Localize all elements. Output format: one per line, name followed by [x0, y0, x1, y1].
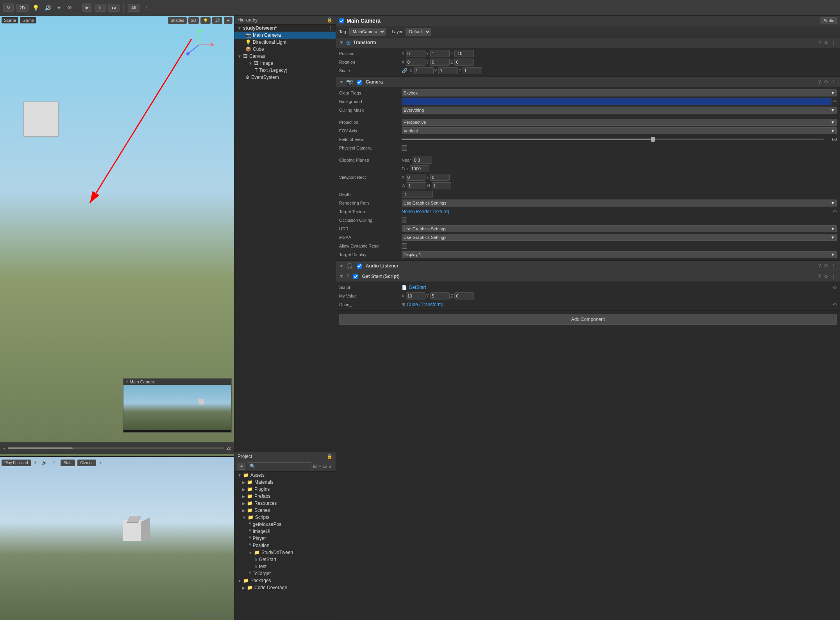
project-totarget[interactable]: # ToTarget	[234, 570, 336, 577]
project-test[interactable]: # test	[234, 563, 336, 570]
active-checkbox[interactable]	[339, 18, 344, 23]
allow-dynamic-checkbox[interactable]	[402, 243, 407, 249]
depth-input[interactable]	[402, 191, 433, 198]
transform-more-btn[interactable]: ⋮	[831, 39, 837, 46]
transform-settings-btn[interactable]: ⚙	[823, 39, 829, 46]
more-icon[interactable]: ⋮	[142, 3, 150, 12]
audio-more-btn[interactable]: ⋮	[831, 262, 837, 269]
project-prefabs[interactable]: ▶ 📁 Prefabs	[234, 493, 336, 500]
scene-audio-btn[interactable]: 🔊	[212, 17, 222, 24]
add-component-btn[interactable]: Add Component	[339, 314, 837, 325]
vp-x-input[interactable]	[406, 174, 425, 181]
all-btn[interactable]: All	[128, 4, 139, 12]
effects-icon[interactable]: ✦	[55, 3, 63, 12]
mv-x-input[interactable]	[406, 292, 425, 299]
view-icon-1[interactable]: ⊞	[313, 463, 317, 469]
rotate-tool-btn[interactable]: ↻	[3, 4, 14, 12]
step-btn[interactable]: ⏭	[108, 4, 120, 12]
scene-fx-btn[interactable]: ✦	[224, 17, 232, 24]
vp-h-input[interactable]	[432, 182, 451, 189]
rendering-path-dropdown[interactable]: Use Graphics Settings ▼	[402, 200, 837, 207]
transform-help-btn[interactable]: ?	[817, 39, 822, 46]
camera-enabled-checkbox[interactable]	[357, 80, 362, 85]
fov-slider-track[interactable]	[402, 139, 824, 140]
stats-btn[interactable]: Stats	[61, 460, 75, 466]
clear-flags-dropdown[interactable]: Skybox ▼	[402, 89, 837, 96]
project-search[interactable]: 🔍	[247, 462, 311, 470]
pos-y-input[interactable]	[430, 50, 450, 57]
clipping-far-input[interactable]	[410, 165, 429, 172]
scene-2d-btn[interactable]: 2D	[188, 17, 199, 24]
hierarchy-more-icon[interactable]: ⋮	[328, 25, 332, 31]
getstart-checkbox[interactable]	[353, 274, 358, 279]
scale-y-input[interactable]	[438, 67, 458, 74]
game-tab[interactable]: Game	[20, 17, 36, 23]
light-icon[interactable]: 💡	[31, 3, 41, 12]
culling-mask-dropdown[interactable]: Everything ▼	[402, 107, 837, 114]
camera-header[interactable]: ▼ 📷 Camera ? ⚙ ⋮	[336, 77, 840, 87]
mode-2d-btn[interactable]: 2D	[16, 4, 29, 12]
vp-w-input[interactable]	[407, 182, 426, 189]
gizmos-btn[interactable]: Gizmos	[77, 460, 96, 466]
project-getstart[interactable]: # GetStart	[234, 556, 336, 563]
hierarchy-item-eventsystem[interactable]: ⚙ EventSystem	[234, 74, 336, 81]
hierarchy-item-main-camera[interactable]: 📷 Main Camera	[234, 32, 336, 39]
hierarchy-item-directional-light[interactable]: 💡 Directional Light	[234, 39, 336, 46]
game-grid-icon[interactable]: ⊞	[51, 458, 58, 467]
scene-tab[interactable]: Scene	[2, 17, 18, 23]
project-player[interactable]: # Player	[234, 535, 336, 542]
scale-slider[interactable]	[8, 447, 224, 449]
tag-dropdown[interactable]: MainCamera	[349, 28, 386, 36]
audio-listener-header[interactable]: ▼ 🎧 Audio Listener ? ⚙ ⋮	[336, 261, 840, 271]
audio-listener-checkbox[interactable]	[357, 264, 362, 269]
hdr-dropdown[interactable]: Use Graphics Settings ▼	[402, 225, 837, 232]
hierarchy-item-cube[interactable]: 📦 Cube	[234, 46, 336, 53]
msaa-dropdown[interactable]: Use Graphics Settings ▼	[402, 234, 837, 241]
hierarchy-item-canvas[interactable]: ▼ 🖼 Canvas	[234, 53, 336, 60]
pause-btn[interactable]: ⏸	[95, 4, 106, 12]
target-texture-pick-icon[interactable]: ⊙	[833, 209, 837, 214]
dropdown-arrow[interactable]: ▼	[33, 460, 38, 465]
game-view[interactable]: Play Focused ▼ 🔊 ⊞ Stats Gizmos ▼	[0, 456, 234, 620]
add-project-btn[interactable]: +	[238, 463, 245, 470]
hierarchy-scene[interactable]: ▼ studyDotween* ⋮	[234, 25, 336, 32]
background-picker-icon[interactable]: ✏	[833, 99, 837, 104]
physical-camera-checkbox[interactable]	[402, 145, 407, 151]
project-plugins[interactable]: ▶ 📁 Plugins	[234, 486, 336, 493]
rot-x-input[interactable]	[406, 59, 425, 66]
pos-x-input[interactable]	[406, 50, 425, 57]
mv-y-input[interactable]	[430, 292, 450, 299]
camera-help-btn[interactable]: ?	[817, 78, 822, 86]
shaded-btn[interactable]: Shaded	[168, 17, 187, 24]
project-imageui[interactable]: # ImageUI	[234, 528, 336, 535]
gizmos-arrow[interactable]: ▼	[98, 461, 102, 465]
clipping-near-input[interactable]	[413, 157, 432, 164]
project-resources[interactable]: ▶ 📁 Resources	[234, 500, 336, 507]
project-materials[interactable]: ▶ 📁 Materials	[234, 479, 336, 486]
getstart-settings-btn[interactable]: ⚙	[823, 273, 829, 280]
scale-x-input[interactable]	[414, 67, 434, 74]
getstart-help-btn[interactable]: ?	[817, 273, 822, 280]
project-studydotween[interactable]: ▼ 📁 StudyDoTween	[234, 549, 336, 556]
project-getmousepos[interactable]: # getMousePos	[234, 521, 336, 528]
project-scripts[interactable]: ▼ 📁 Scripts	[234, 514, 336, 521]
camera-settings-btn[interactable]: ⚙	[823, 78, 829, 86]
rot-y-input[interactable]	[430, 59, 450, 66]
layer-dropdown[interactable]: Default	[406, 28, 431, 36]
cube-ref-pick-icon[interactable]: ⊙	[833, 302, 837, 307]
project-assets-root[interactable]: ▼ 📁 Assets	[234, 472, 336, 479]
fov-axis-dropdown[interactable]: Vertical ▼	[402, 127, 837, 134]
project-scenes[interactable]: ▶ 📁 Scenes	[234, 507, 336, 514]
vp-y-input[interactable]	[430, 174, 450, 181]
hierarchy-item-image[interactable]: ▼ 🖼 Image	[234, 60, 336, 67]
project-position[interactable]: # Position	[234, 542, 336, 549]
rot-z-input[interactable]	[454, 59, 474, 66]
scale-z-input[interactable]	[463, 67, 482, 74]
scene-view[interactable]: Scene Game Shaded 2D 💡 🔊 ✦ y	[0, 16, 234, 456]
static-badge[interactable]: Static	[820, 17, 837, 24]
hierarchy-item-text-legacy[interactable]: T Text (Legacy)	[234, 67, 336, 74]
eye-icon[interactable]: 👁	[65, 3, 74, 12]
audio-help-btn[interactable]: ?	[817, 262, 822, 269]
occlusion-culling-checkbox[interactable]	[402, 217, 407, 223]
projection-dropdown[interactable]: Perspective ▼	[402, 119, 837, 126]
